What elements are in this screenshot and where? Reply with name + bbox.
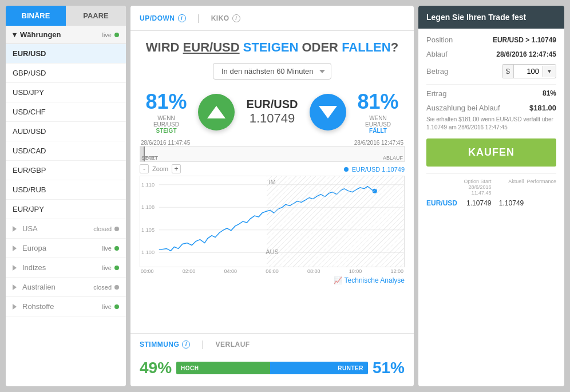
title-pre: WIRD bbox=[146, 40, 183, 54]
position-row: Position EUR/USD > 1.10749 bbox=[426, 35, 556, 44]
australien-status-dot bbox=[114, 285, 119, 290]
position-value: EUR/USD > 1.10749 bbox=[493, 36, 556, 44]
section-waehrungen[interactable]: ▾ Währungen live bbox=[6, 26, 126, 44]
up-side: 81% WENN EUR/USD STEIGT bbox=[145, 90, 187, 134]
technische-analyse-label: Technische Analyse bbox=[345, 276, 405, 284]
center-tabs: UP/DOWN i | KIKO i bbox=[130, 6, 414, 31]
tab-paare[interactable]: PAARE bbox=[66, 6, 126, 26]
betrag-input[interactable] bbox=[514, 65, 543, 78]
chart-legend-label: EUR/USD 1.10749 bbox=[352, 166, 405, 173]
sidebar-item-usdchf[interactable]: USD/CHF bbox=[6, 102, 126, 122]
zoom-controls: - Zoom + bbox=[140, 164, 181, 173]
chart-xaxis: 00:00 02:00 04:00 06:00 08:00 10:00 12:0… bbox=[140, 267, 405, 274]
chevron-right-icon-australien bbox=[13, 284, 17, 290]
ertrag-value: 81% bbox=[543, 89, 556, 98]
pair-info: EUR/USD 1.10749 bbox=[246, 98, 298, 126]
chevron-right-icon-rohstoffe bbox=[13, 304, 17, 310]
betrag-arrow-icon[interactable]: ▼ bbox=[543, 66, 556, 77]
sidebar-item-usdjpy[interactable]: USD/JPY bbox=[6, 83, 126, 102]
sidebar-group-europa[interactable]: Europa live bbox=[6, 239, 126, 258]
rate-row: 81% WENN EUR/USD STEIGT EUR/USD 1.10749 bbox=[140, 90, 405, 134]
ablauf-date: 28/6/2016 12:47:45 bbox=[354, 140, 403, 146]
tab-kiko[interactable]: KIKO i bbox=[211, 14, 240, 22]
sidebar: BINÄRE PAARE ▾ Währungen live EUR/USD GB… bbox=[6, 6, 126, 386]
duration-select[interactable]: In den nächsten 60 Minuten bbox=[213, 63, 331, 80]
stimmung-tab-divider: | bbox=[201, 339, 204, 350]
ablauf-value: 28/6/2016 12:47:45 bbox=[496, 50, 556, 58]
tab-stimmung[interactable]: STIMMUNG i bbox=[140, 340, 190, 349]
table-aktuell-value: 1.10749 bbox=[492, 199, 524, 207]
up-percent: 81% bbox=[145, 90, 187, 114]
sidebar-item-eurgbp[interactable]: EUR/GBP bbox=[6, 161, 126, 180]
sidebar-group-australien[interactable]: Australien closed bbox=[6, 278, 126, 297]
chart-legend: EUR/USD 1.10749 bbox=[344, 166, 405, 173]
sidebar-item-eurusd[interactable]: EUR/USD bbox=[6, 44, 126, 64]
down-label1: WENN bbox=[369, 115, 387, 121]
sidebar-item-usdcad[interactable]: USD/CAD bbox=[6, 141, 126, 161]
table-pair-header bbox=[426, 179, 459, 196]
sidebar-item-gbpusd[interactable]: GBP/USD bbox=[6, 64, 126, 83]
chart-im-label: IM bbox=[268, 179, 275, 185]
tab-binare[interactable]: BINÄRE bbox=[6, 6, 66, 26]
svg-text:1.105: 1.105 bbox=[141, 227, 155, 233]
trade-table-row: EUR/USD 1.10749 1.10749 bbox=[426, 199, 556, 207]
down-percent: 81% bbox=[358, 90, 399, 114]
sidebar-group-indizes[interactable]: Indizes live bbox=[6, 258, 126, 278]
updown-info-icon[interactable]: i bbox=[178, 14, 186, 22]
kaufen-button[interactable]: KAUFEN bbox=[426, 138, 556, 167]
group-rohstoffe-label: Rohstoffe bbox=[22, 302, 54, 311]
down-button[interactable] bbox=[310, 94, 346, 130]
rohstoffe-status: live bbox=[102, 303, 112, 310]
tab-verlauf[interactable]: VERLAUF bbox=[215, 340, 250, 349]
ertrag-row: Ertrag 81% bbox=[426, 84, 556, 98]
ablauf-label: ABLAUF bbox=[382, 155, 404, 161]
ablauf-label: Ablauf bbox=[426, 50, 448, 58]
table-aktuell-header: Aktuell bbox=[492, 179, 524, 196]
up-button[interactable] bbox=[198, 94, 235, 130]
table-performance-header: Performance bbox=[524, 179, 556, 196]
sidebar-item-eurjpy[interactable]: EUR/JPY bbox=[6, 200, 126, 219]
betrag-row: Betrag $ ▼ bbox=[426, 64, 556, 78]
stimmung-tabs: STIMMUNG i | VERLAUF bbox=[130, 333, 414, 350]
stimmung-hoch-pct: 49% bbox=[140, 359, 172, 377]
sidebar-group-usa[interactable]: USA closed bbox=[6, 219, 126, 239]
center-panel: UP/DOWN i | KIKO i WIRD EUR/USD STEIGEN … bbox=[130, 6, 414, 386]
right-header-title: Legen Sie Ihren Trade fest bbox=[426, 13, 526, 22]
zoom-plus-icon[interactable]: + bbox=[172, 164, 181, 173]
up-label1: WENN bbox=[157, 115, 175, 121]
sidebar-group-rohstoffe[interactable]: Rohstoffe live bbox=[6, 297, 126, 316]
group-indizes-label: Indizes bbox=[22, 263, 46, 272]
main-title: WIRD EUR/USD STEIGEN ODER FALLEN? bbox=[140, 40, 405, 55]
tab-divider: | bbox=[197, 13, 200, 23]
ablauf-row: Ablauf 28/6/2016 12:47:45 bbox=[426, 50, 556, 58]
auszahlung-note: Sie erhalten $181.00 wenn EUR/USD verfäl… bbox=[426, 116, 556, 132]
auszahlung-value: $181.00 bbox=[529, 104, 556, 112]
right-panel: Legen Sie Ihren Trade fest Position EUR/… bbox=[418, 6, 564, 386]
verlauf-label: VERLAUF bbox=[215, 340, 250, 349]
betrag-currency: $ bbox=[502, 65, 514, 78]
svg-text:1.100: 1.100 bbox=[141, 250, 155, 255]
auszahlung-row: Auszahlung bei Ablauf $181.00 bbox=[426, 104, 556, 112]
tab-updown[interactable]: UP/DOWN i bbox=[140, 14, 186, 22]
technische-analyse-link[interactable]: 📈 Technische Analyse bbox=[140, 276, 405, 284]
group-usa-label: USA bbox=[22, 224, 38, 233]
chevron-right-icon bbox=[13, 226, 17, 232]
betrag-label: Betrag bbox=[426, 67, 448, 76]
zoom-minus-icon[interactable]: - bbox=[140, 164, 149, 173]
sidebar-item-audusd[interactable]: AUD/USD bbox=[6, 122, 126, 141]
usa-status-dot bbox=[114, 227, 119, 231]
sidebar-item-usdrub[interactable]: USD/RUB bbox=[6, 180, 126, 200]
chart-hatch bbox=[267, 176, 404, 267]
table-optionstart-header: Option Start 28/6/2016 11:47:45 bbox=[459, 179, 492, 196]
down-label2: EUR/USD bbox=[365, 121, 391, 128]
timeline-dates: 28/6/2016 11:47:45 28/6/2016 12:47:45 bbox=[140, 140, 405, 146]
up-label2: EUR/USD bbox=[153, 121, 179, 128]
stimmung-hoch-bar: HOCH bbox=[176, 362, 270, 374]
stimmung-info-icon[interactable]: i bbox=[182, 340, 190, 349]
kiko-info-icon[interactable]: i bbox=[232, 14, 240, 22]
europa-status: live bbox=[102, 245, 112, 252]
auszahlung-label: Auszahlung bei Ablauf bbox=[426, 104, 500, 112]
jetzt-label: JETZT bbox=[141, 155, 159, 161]
trade-table: Option Start 28/6/2016 11:47:45 Aktuell … bbox=[426, 173, 556, 207]
up-arrow-icon bbox=[207, 106, 225, 118]
